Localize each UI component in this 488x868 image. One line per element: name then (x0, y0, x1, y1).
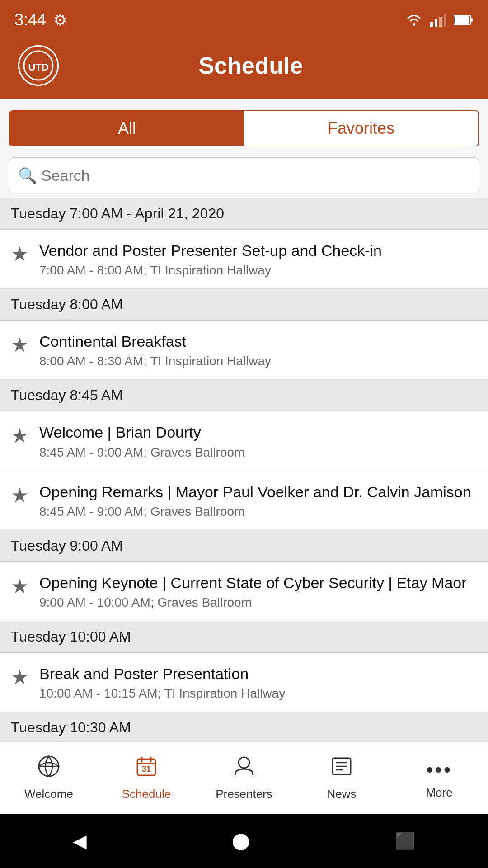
item-content: Opening Keynote | Current State of Cyber… (39, 573, 477, 610)
svg-text:31: 31 (142, 764, 151, 774)
wifi-icon (405, 13, 423, 27)
system-nav: ◀ ⬤ ⬛ (0, 814, 488, 868)
item-meta: 8:45 AM - 9:00 AM; Graves Ballroom (39, 445, 477, 460)
schedule-item[interactable]: ★Welcome | Brian Dourty8:45 AM - 9:00 AM… (0, 411, 488, 471)
svg-rect-3 (439, 17, 442, 27)
page-title: Schedule (72, 52, 429, 79)
svg-rect-6 (471, 18, 473, 22)
signal-icon (430, 13, 446, 27)
tab-favorites[interactable]: Favorites (244, 111, 478, 146)
item-title: Continental Breakfast (39, 331, 477, 351)
nav-icon-news (330, 755, 353, 783)
status-bar: 3:44 ⚙ (0, 0, 488, 36)
nav-label-welcome: Welcome (24, 787, 73, 801)
tab-toggle: All Favorites (9, 110, 479, 146)
item-content: Opening Remarks | Mayor Paul Voelker and… (39, 482, 477, 519)
nav-icon-schedule: 31 (135, 755, 158, 783)
favorite-star-icon[interactable]: ★ (11, 484, 28, 507)
item-title: Opening Keynote | Current State of Cyber… (39, 573, 477, 593)
app-logo: UTD (18, 45, 59, 86)
favorite-star-icon[interactable]: ★ (11, 424, 28, 447)
item-meta: 8:45 AM - 9:00 AM; Graves Ballroom (39, 505, 477, 519)
search-input[interactable] (9, 157, 479, 193)
item-meta: 9:00 AM - 10:00 AM; Graves Ballroom (39, 595, 477, 610)
app-header: UTD Schedule (0, 36, 488, 99)
schedule-item[interactable]: ★Opening Remarks | Mayor Paul Voelker an… (0, 471, 488, 530)
tab-all[interactable]: All (10, 111, 244, 146)
favorite-star-icon[interactable]: ★ (11, 575, 28, 598)
nav-label-news: News (327, 787, 356, 801)
item-meta: 8:00 AM - 8:30 AM; TI Inspiration Hallwa… (39, 354, 477, 368)
nav-icon-presenters (232, 755, 256, 783)
nav-label-schedule: Schedule (122, 787, 171, 801)
nav-label-more: More (426, 786, 452, 800)
nav-label-presenters: Presenters (216, 787, 272, 801)
battery-icon (454, 14, 474, 25)
section-header-1: Tuesday 8:00 AM (0, 289, 488, 321)
item-content: Welcome | Brian Dourty8:45 AM - 9:00 AM;… (39, 422, 477, 459)
home-button[interactable]: ⬤ (232, 831, 250, 850)
nav-item-news[interactable]: News (293, 742, 390, 814)
section-header-4: Tuesday 10:00 AM (0, 621, 488, 653)
item-content: Continental Breakfast8:00 AM - 8:30 AM; … (39, 331, 477, 368)
favorite-star-icon[interactable]: ★ (11, 665, 28, 689)
item-content: Break and Poster Presentation10:00 AM - … (39, 664, 477, 701)
item-title: Opening Remarks | Mayor Paul Voelker and… (39, 482, 477, 502)
item-meta: 7:00 AM - 8:00 AM; TI Inspiration Hallwa… (39, 263, 477, 278)
item-content: Vendor and Poster Presenter Set-up and C… (39, 241, 477, 278)
schedule-item[interactable]: ★Opening Keynote | Current State of Cybe… (0, 562, 488, 621)
schedule-item[interactable]: ★Continental Breakfast8:00 AM - 8:30 AM;… (0, 321, 488, 380)
svg-point-17 (239, 757, 249, 768)
nav-item-welcome[interactable]: Welcome (0, 742, 98, 814)
nav-item-more[interactable]: •••More (390, 742, 488, 814)
section-header-0: Tuesday 7:00 AM - April 21, 2020 (0, 198, 488, 230)
section-header-2: Tuesday 8:45 AM (0, 380, 488, 411)
search-icon: 🔍 (18, 166, 37, 184)
recents-button[interactable]: ⬛ (395, 831, 415, 850)
svg-rect-2 (435, 19, 437, 27)
bottom-nav: Welcome31SchedulePresentersNews•••More (0, 741, 488, 814)
item-title: Welcome | Brian Dourty (39, 422, 477, 442)
schedule-item[interactable]: ★Break and Poster Presentation10:00 AM -… (0, 653, 488, 712)
settings-icon: ⚙ (53, 11, 67, 29)
item-title: Vendor and Poster Presenter Set-up and C… (39, 241, 477, 260)
svg-text:UTD: UTD (28, 61, 48, 73)
svg-rect-1 (430, 22, 433, 27)
favorite-star-icon[interactable]: ★ (11, 242, 28, 265)
back-button[interactable]: ◀ (73, 830, 87, 851)
section-header-5: Tuesday 10:30 AM (0, 712, 488, 741)
logo-icon: UTD (23, 50, 54, 81)
search-bar: 🔍 (9, 157, 479, 193)
svg-point-0 (413, 23, 415, 26)
svg-rect-7 (455, 16, 469, 24)
item-meta: 10:00 AM - 10:15 AM; TI Inspiration Hall… (39, 686, 477, 701)
status-icons (405, 13, 474, 27)
section-header-3: Tuesday 9:00 AM (0, 530, 488, 562)
svg-rect-4 (444, 14, 446, 27)
nav-item-presenters[interactable]: Presenters (195, 742, 293, 814)
schedule-list: Tuesday 7:00 AM - April 21, 2020★Vendor … (0, 198, 488, 741)
nav-icon-more: ••• (426, 756, 452, 782)
nav-item-schedule[interactable]: 31Schedule (98, 742, 195, 814)
nav-icon-welcome (37, 755, 61, 783)
item-title: Break and Poster Presentation (39, 664, 477, 684)
schedule-item[interactable]: ★Vendor and Poster Presenter Set-up and … (0, 230, 488, 289)
status-time: 3:44 (14, 10, 46, 29)
favorite-star-icon[interactable]: ★ (11, 333, 28, 356)
